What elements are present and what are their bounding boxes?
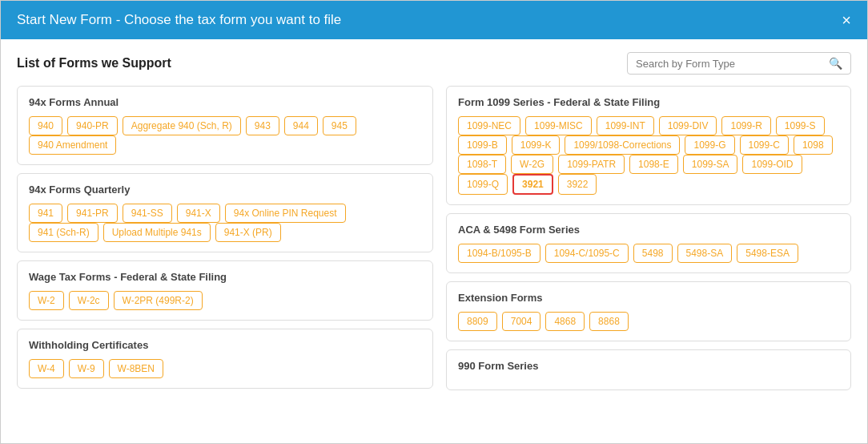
close-button[interactable]: × bbox=[842, 12, 851, 28]
form-tag[interactable]: 8868 bbox=[589, 312, 629, 331]
form-tag[interactable]: 1099-DIV bbox=[659, 116, 717, 135]
section-title: Withholding Certificates bbox=[29, 339, 421, 351]
form-tag[interactable]: 1099-G bbox=[685, 135, 734, 155]
form-tag[interactable]: 1099-SA bbox=[683, 155, 738, 174]
tag-row: 1099-Q39213922 bbox=[458, 174, 839, 195]
section-94x-quarterly: 94x Forms Quarterly941941-PR941-SS941-X9… bbox=[17, 173, 433, 252]
top-bar: List of Forms we Support 🔍 bbox=[17, 52, 851, 75]
form-tag[interactable]: 940-PR bbox=[67, 116, 118, 135]
form-tag[interactable]: 3922 bbox=[558, 174, 597, 195]
form-tag[interactable]: 941 (Sch-R) bbox=[29, 223, 98, 242]
section-wage-tax: Wage Tax Forms - Federal & State FilingW… bbox=[17, 260, 433, 321]
section-title: 94x Forms Annual bbox=[29, 96, 421, 108]
form-tag[interactable]: 941-X (PR) bbox=[215, 223, 281, 242]
form-tag[interactable]: 1099/1098-Corrections bbox=[565, 135, 680, 155]
tag-row: 941 (Sch-R)Upload Multiple 941s941-X (PR… bbox=[29, 223, 421, 242]
modal-body: List of Forms we Support 🔍 94x Forms Ann… bbox=[1, 39, 867, 443]
tag-row: 940940-PRAggregate 940 (Sch, R)943944945 bbox=[29, 116, 421, 135]
form-tag[interactable]: 1099-K bbox=[512, 135, 561, 155]
form-tag[interactable]: 941-SS bbox=[123, 204, 172, 223]
right-column: Form 1099 Series - Federal & State Filin… bbox=[446, 86, 851, 390]
form-tag[interactable]: 1099-B bbox=[458, 135, 507, 155]
search-icon: 🔍 bbox=[829, 57, 842, 70]
form-tag[interactable]: 1099-OID bbox=[742, 155, 802, 174]
tag-row: 8809700448688868 bbox=[458, 312, 839, 331]
form-tag[interactable]: 1099-R bbox=[721, 116, 770, 135]
form-tag[interactable]: 941-X bbox=[177, 204, 220, 223]
form-tag[interactable]: Upload Multiple 941s bbox=[103, 223, 211, 242]
form-tag[interactable]: 1098-E bbox=[629, 155, 678, 174]
form-tag[interactable]: 1099-S bbox=[776, 116, 825, 135]
form-tag[interactable]: W-2c bbox=[69, 291, 109, 310]
section-1099-series: Form 1099 Series - Federal & State Filin… bbox=[446, 86, 851, 205]
section-withholding: Withholding CertificatesW-4W-9W-8BEN bbox=[17, 329, 433, 389]
form-tag[interactable]: 943 bbox=[246, 116, 279, 135]
search-box: 🔍 bbox=[627, 52, 851, 75]
section-title: Wage Tax Forms - Federal & State Filing bbox=[29, 271, 421, 283]
section-title: ACA & 5498 Form Series bbox=[458, 224, 839, 236]
section-title: 94x Forms Quarterly bbox=[29, 184, 421, 196]
search-input[interactable] bbox=[636, 58, 829, 70]
section-990: 990 Form Series bbox=[446, 349, 851, 390]
left-column: 94x Forms Annual940940-PRAggregate 940 (… bbox=[17, 86, 433, 390]
form-tag[interactable]: 1094-B/1095-B bbox=[458, 244, 540, 263]
form-tag[interactable]: W-8BEN bbox=[109, 359, 163, 378]
modal-title: Start New Form - Choose the tax form you… bbox=[17, 12, 341, 28]
form-tag[interactable]: 1098-T bbox=[458, 155, 506, 174]
form-tag[interactable]: 3921 bbox=[512, 174, 553, 195]
form-tag[interactable]: 8809 bbox=[458, 312, 497, 331]
tag-row: 941941-PR941-SS941-X94x Online PIN Reque… bbox=[29, 204, 421, 223]
tag-row: W-4W-9W-8BEN bbox=[29, 359, 421, 378]
form-tag[interactable]: W-2 bbox=[29, 291, 64, 310]
form-tag[interactable]: 1099-INT bbox=[597, 116, 654, 135]
form-tag[interactable]: 944 bbox=[284, 116, 318, 135]
section-title: Extension Forms bbox=[458, 292, 839, 304]
form-tag[interactable]: 945 bbox=[323, 116, 356, 135]
list-title: List of Forms we Support bbox=[17, 56, 171, 71]
form-tag[interactable]: 5498-SA bbox=[677, 244, 733, 263]
section-extension: Extension Forms8809700448688868 bbox=[446, 281, 851, 341]
form-tag[interactable]: 1099-PATR bbox=[558, 155, 625, 174]
section-aca-5498: ACA & 5498 Form Series1094-B/1095-B1094-… bbox=[446, 213, 851, 273]
form-tag[interactable]: 940 Amendment bbox=[29, 135, 116, 155]
form-tag[interactable]: 1098 bbox=[794, 135, 833, 155]
form-tag[interactable]: W-4 bbox=[29, 359, 64, 378]
tag-row: 1098-TW-2G1099-PATR1098-E1099-SA1099-OID bbox=[458, 155, 839, 174]
tag-row: 1099-NEC1099-MISC1099-INT1099-DIV1099-R1… bbox=[458, 116, 839, 135]
form-tag[interactable]: 94x Online PIN Request bbox=[225, 204, 346, 223]
form-tag[interactable]: 5498 bbox=[633, 244, 673, 263]
form-tag[interactable]: 1099-Q bbox=[458, 174, 508, 195]
tag-row: 940 Amendment bbox=[29, 135, 421, 155]
form-tag[interactable]: 4868 bbox=[545, 312, 585, 331]
tag-row: W-2W-2cW-2PR (499R-2) bbox=[29, 291, 421, 310]
form-tag[interactable]: 941 bbox=[29, 204, 62, 223]
modal-header: Start New Form - Choose the tax form you… bbox=[1, 1, 867, 39]
section-title: 990 Form Series bbox=[458, 360, 839, 372]
form-tag[interactable]: 1094-C/1095-C bbox=[545, 244, 629, 263]
section-94x-annual: 94x Forms Annual940940-PRAggregate 940 (… bbox=[17, 86, 433, 165]
form-tag[interactable]: 5498-ESA bbox=[737, 244, 798, 263]
form-tag[interactable]: 941-PR bbox=[67, 204, 118, 223]
form-tag[interactable]: 940 bbox=[29, 116, 62, 135]
form-tag[interactable]: 1099-NEC bbox=[458, 116, 520, 135]
modal-container: Start New Form - Choose the tax form you… bbox=[0, 0, 868, 444]
form-tag[interactable]: 1099-MISC bbox=[525, 116, 592, 135]
form-tag[interactable]: 1099-C bbox=[740, 135, 789, 155]
columns: 94x Forms Annual940940-PRAggregate 940 (… bbox=[17, 86, 851, 390]
form-tag[interactable]: W-2G bbox=[511, 155, 553, 174]
form-tag[interactable]: Aggregate 940 (Sch, R) bbox=[123, 116, 241, 135]
form-tag[interactable]: W-2PR (499R-2) bbox=[114, 291, 203, 310]
tag-row: 1099-B1099-K1099/1098-Corrections1099-G1… bbox=[458, 135, 839, 155]
form-tag[interactable]: W-9 bbox=[69, 359, 104, 378]
tag-row: 1094-B/1095-B1094-C/1095-C54985498-SA549… bbox=[458, 244, 839, 263]
form-tag[interactable]: 7004 bbox=[502, 312, 541, 331]
section-title: Form 1099 Series - Federal & State Filin… bbox=[458, 96, 839, 108]
